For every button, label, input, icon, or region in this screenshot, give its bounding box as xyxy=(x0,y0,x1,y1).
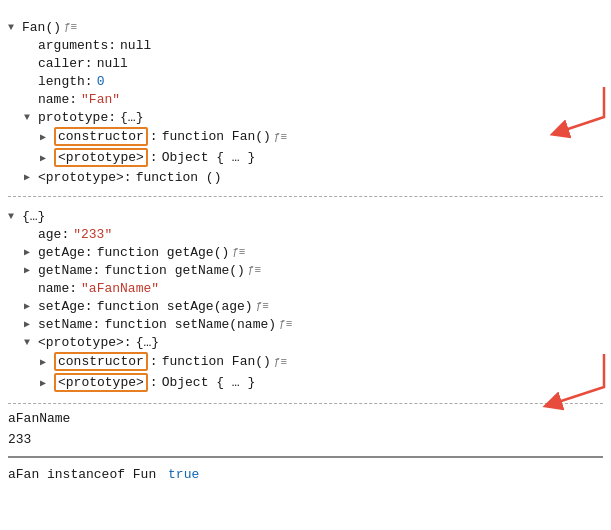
section-object-instance: {…} age: "233" getAge: function getAge()… xyxy=(0,201,611,399)
name-value: "Fan" xyxy=(81,92,120,107)
output-fanname: aFanName xyxy=(8,411,70,426)
proto-inner-toggle[interactable] xyxy=(40,152,52,164)
getname-key: getName xyxy=(38,263,93,278)
proto-inner-key: <prototype> xyxy=(58,150,144,165)
fan-func-icon: ƒ≡ xyxy=(64,21,77,33)
name-key: name xyxy=(38,92,69,107)
getname-toggle[interactable] xyxy=(24,264,36,276)
proto-outer-key: <prototype> xyxy=(38,170,124,185)
obj-title-line: {…} xyxy=(0,207,611,225)
obj-prototype-line: <prototype>: {…} xyxy=(0,333,611,351)
setage-toggle[interactable] xyxy=(24,300,36,312)
constructor-box: constructor xyxy=(54,127,148,146)
proto-outer-line: <prototype>: function () xyxy=(0,168,611,186)
obj-proto-inner-line: <prototype> : Object { … } xyxy=(0,372,611,393)
setage-icon: ƒ≡ xyxy=(256,300,269,312)
obj-name-line: name: "aFanName" xyxy=(0,279,611,297)
proto-outer-toggle[interactable] xyxy=(24,171,36,183)
proto-outer-value: function () xyxy=(136,170,222,185)
setname-icon: ƒ≡ xyxy=(279,318,292,330)
obj-proto-inner-toggle[interactable] xyxy=(40,377,52,389)
setname-key: setName xyxy=(38,317,93,332)
divider-3 xyxy=(8,456,603,458)
devtools-panel: Fan() ƒ≡ arguments: null caller: null le… xyxy=(0,8,611,489)
setage-value: function setAge(age) xyxy=(97,299,253,314)
obj-name-value: "aFanName" xyxy=(81,281,159,296)
obj-constructor-line: constructor : function Fan() ƒ≡ xyxy=(0,351,611,372)
length-value: 0 xyxy=(97,74,105,89)
proto-inner-box: <prototype> xyxy=(54,148,148,167)
output-233: 233 xyxy=(8,432,31,447)
constructor-key: constructor xyxy=(58,129,144,144)
constructor-func-icon: ƒ≡ xyxy=(274,131,287,143)
getname-line: getName: function getName() ƒ≡ xyxy=(0,261,611,279)
instanceof-result: true xyxy=(168,467,199,482)
length-line: length: 0 xyxy=(0,72,611,90)
obj-constructor-icon: ƒ≡ xyxy=(274,356,287,368)
getage-toggle[interactable] xyxy=(24,246,36,258)
obj-constructor-toggle[interactable] xyxy=(40,356,52,368)
obj-title: {…} xyxy=(22,209,45,224)
getage-icon: ƒ≡ xyxy=(232,246,245,258)
prototype-line: prototype: {…} xyxy=(0,108,611,126)
setname-value: function setName(name) xyxy=(104,317,276,332)
name-line: name: "Fan" xyxy=(0,90,611,108)
arguments-value: null xyxy=(120,38,151,53)
proto-inner-value: Object { … } xyxy=(162,150,256,165)
fan-title-line: Fan() ƒ≡ xyxy=(0,18,611,36)
instanceof-line: aFan instanceof Fun true xyxy=(0,464,611,485)
getname-value: function getName() xyxy=(104,263,244,278)
output-fanname-line: aFanName xyxy=(0,408,611,429)
obj-prototype-key: <prototype> xyxy=(38,335,124,350)
prototype-key: prototype xyxy=(38,110,108,125)
obj-constructor-box: constructor xyxy=(54,352,148,371)
arguments-key: arguments xyxy=(38,38,108,53)
obj-prototype-toggle[interactable] xyxy=(24,337,36,348)
constructor-toggle[interactable] xyxy=(40,131,52,143)
obj-constructor-func: function Fan() xyxy=(162,354,271,369)
arguments-line: arguments: null xyxy=(0,36,611,54)
setage-line: setAge: function setAge(age) ƒ≡ xyxy=(0,297,611,315)
obj-prototype-value: {…} xyxy=(136,335,159,350)
instanceof-prefix: aFan instanceof Fun xyxy=(8,467,156,482)
obj-age-value: "233" xyxy=(73,227,112,242)
section-fan-constructor: Fan() ƒ≡ arguments: null caller: null le… xyxy=(0,12,611,192)
obj-proto-inner-box: <prototype> xyxy=(54,373,148,392)
getage-key: getAge xyxy=(38,245,85,260)
constructor-line: constructor : function Fan() ƒ≡ xyxy=(0,126,611,147)
prototype-toggle[interactable] xyxy=(24,112,36,123)
setname-toggle[interactable] xyxy=(24,318,36,330)
obj-age-key: age xyxy=(38,227,61,242)
fan-toggle[interactable] xyxy=(8,22,20,33)
fan-key: Fan() xyxy=(22,20,61,35)
getage-value: function getAge() xyxy=(97,245,230,260)
caller-key: caller xyxy=(38,56,85,71)
obj-age-line: age: "233" xyxy=(0,225,611,243)
prototype-value: {…} xyxy=(120,110,143,125)
obj-name-key: name xyxy=(38,281,69,296)
constructor-func-text: function Fan() xyxy=(162,129,271,144)
setage-key: setAge xyxy=(38,299,85,314)
obj-toggle[interactable] xyxy=(8,211,20,222)
red-arrow-section2 xyxy=(534,349,609,414)
divider-1 xyxy=(8,196,603,197)
obj-constructor-key: constructor xyxy=(58,354,144,369)
getage-line: getAge: function getAge() ƒ≡ xyxy=(0,243,611,261)
getname-icon: ƒ≡ xyxy=(248,264,261,276)
proto-inner-line: <prototype> : Object { … } xyxy=(0,147,611,168)
length-key: length xyxy=(38,74,85,89)
caller-value: null xyxy=(97,56,128,71)
obj-proto-inner-key: <prototype> xyxy=(58,375,144,390)
obj-proto-inner-value: Object { … } xyxy=(162,375,256,390)
caller-line: caller: null xyxy=(0,54,611,72)
setname-line: setName: function setName(name) ƒ≡ xyxy=(0,315,611,333)
output-233-line: 233 xyxy=(0,429,611,450)
divider-2 xyxy=(8,403,603,404)
